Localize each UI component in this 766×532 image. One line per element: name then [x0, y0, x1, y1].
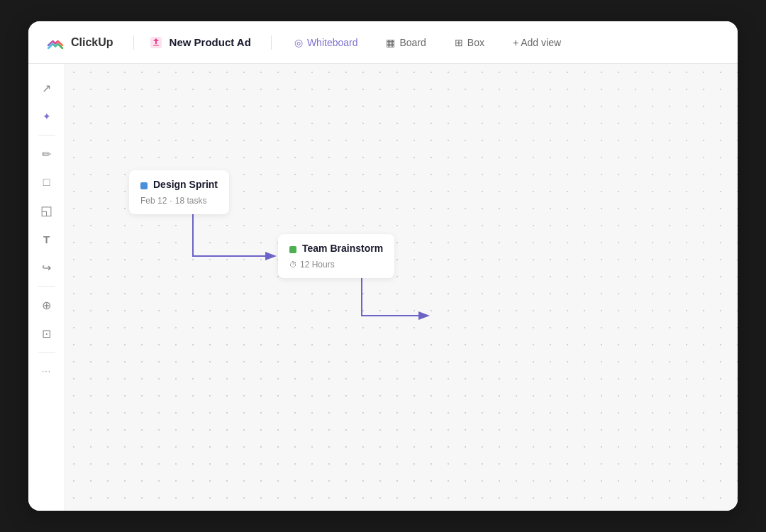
sidebar: ↗ ✦ ✏ □ ◱ T ↪ ⊕ — [28, 64, 65, 511]
clickup-logo-icon — [45, 33, 65, 52]
tab-box[interactable]: ⊞ Box — [446, 33, 493, 52]
board-tab-label: Board — [399, 37, 426, 48]
project-name[interactable]: New Product Ad — [148, 35, 251, 50]
board-tab-icon: ▦ — [386, 37, 395, 48]
design-sprint-meta: Feb 12 · 18 tasks — [140, 196, 218, 206]
tool-globe[interactable]: ⊕ — [34, 292, 60, 318]
team-brainstorm-dot — [289, 246, 296, 253]
tool-more[interactable]: ··· — [34, 358, 60, 384]
sidebar-sep-1 — [38, 135, 55, 135]
text-icon: T — [43, 233, 50, 245]
main-content: ↗ ✦ ✏ □ ◱ T ↪ ⊕ — [28, 64, 738, 511]
hours-icon: ⏱ — [289, 260, 297, 269]
tool-cursor[interactable]: ↗ — [34, 75, 60, 101]
meta-separator: · — [170, 196, 172, 206]
image-icon: ⊡ — [42, 327, 51, 340]
app-window: ClickUp New Product Ad ◎ Whiteboard ▦ Bo… — [28, 21, 738, 511]
design-sprint-tasks: 18 tasks — [175, 196, 207, 206]
tool-ai[interactable]: ✦ — [34, 104, 60, 129]
tool-arrow[interactable]: ↪ — [34, 255, 60, 280]
card-design-sprint[interactable]: Design Sprint Feb 12 · 18 tasks — [129, 170, 229, 214]
tab-board[interactable]: ▦ Board — [377, 33, 434, 52]
add-view-button[interactable]: + Add view — [504, 33, 570, 52]
box-tab-label: Box — [467, 37, 484, 48]
whiteboard-tab-icon: ◎ — [294, 37, 303, 48]
team-brainstorm-hours: 12 Hours — [300, 260, 335, 270]
sticky-note-icon: ◱ — [40, 203, 52, 218]
canvas-arrows-svg — [65, 64, 738, 511]
sidebar-sep-3 — [38, 352, 55, 353]
arrow-icon: ↪ — [42, 261, 51, 275]
globe-icon: ⊕ — [42, 299, 51, 312]
tab-whiteboard[interactable]: ◎ Whiteboard — [286, 33, 367, 52]
logo-text: ClickUp — [71, 36, 113, 49]
design-sprint-dot — [140, 182, 148, 189]
cursor-icon: ↗ — [42, 82, 51, 95]
tool-text[interactable]: T — [34, 226, 60, 252]
tool-rectangle[interactable]: □ — [34, 170, 60, 195]
team-brainstorm-title: Team Brainstorm — [302, 243, 383, 254]
logo[interactable]: ClickUp — [45, 33, 113, 52]
header-divider-2 — [271, 35, 272, 50]
more-icon: ··· — [42, 366, 51, 376]
header-divider-1 — [133, 35, 134, 50]
project-name-text: New Product Ad — [170, 36, 251, 48]
svg-rect-1 — [153, 45, 159, 46]
tool-pen[interactable]: ✏ — [34, 141, 60, 167]
design-sprint-date: Feb 12 — [140, 196, 167, 206]
tool-sticky-note[interactable]: ◱ — [34, 198, 60, 223]
header: ClickUp New Product Ad ◎ Whiteboard ▦ Bo… — [28, 21, 738, 64]
add-view-label: + Add view — [513, 37, 561, 48]
team-brainstorm-meta: ⏱ 12 Hours — [289, 260, 383, 270]
ai-icon: ✦ — [43, 111, 51, 122]
canvas[interactable]: Design Sprint Feb 12 · 18 tasks Team Bra… — [65, 64, 738, 511]
rectangle-icon: □ — [43, 176, 50, 189]
whiteboard-tab-label: Whiteboard — [307, 37, 358, 48]
card-team-brainstorm[interactable]: Team Brainstorm ⏱ 12 Hours — [278, 234, 394, 278]
design-sprint-title: Design Sprint — [153, 179, 218, 190]
sidebar-sep-2 — [38, 286, 55, 287]
tool-image[interactable]: ⊡ — [34, 321, 60, 346]
box-tab-icon: ⊞ — [455, 37, 463, 48]
project-icon — [148, 35, 164, 50]
pen-icon: ✏ — [42, 148, 51, 161]
